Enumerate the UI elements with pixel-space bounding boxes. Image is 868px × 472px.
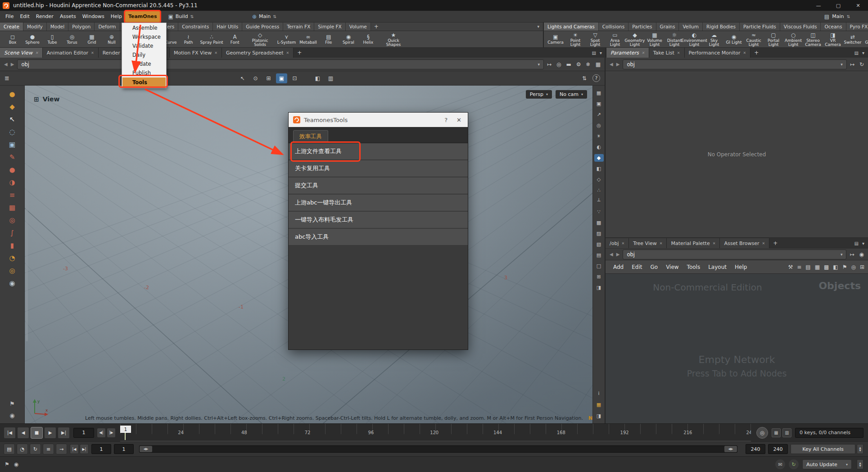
- freeze-icon[interactable]: ❄: [586, 61, 591, 68]
- shelf-tool[interactable]: ◉ GI Light: [724, 31, 744, 47]
- pane-tab[interactable]: Tree View ✕: [629, 238, 667, 248]
- back-icon[interactable]: ◀: [610, 62, 613, 67]
- range-slider-right-handle[interactable]: ◀▶: [724, 446, 737, 452]
- shelf-tool[interactable]: ◐ Environment Light: [684, 31, 704, 47]
- scene-selector[interactable]: ⊕ Main ⇅: [252, 14, 276, 20]
- jump-start-button[interactable]: |◀: [4, 427, 16, 439]
- add-shelf-tab-button[interactable]: +: [371, 23, 382, 31]
- shelf-tab[interactable]: Create: [0, 23, 23, 31]
- menu-item[interactable]: Assets: [57, 11, 79, 23]
- lighting-icon[interactable]: ☀: [594, 132, 604, 140]
- dialog-tool-item[interactable]: 关卡复用工具: [289, 160, 468, 177]
- back-icon[interactable]: ◀: [610, 252, 613, 257]
- overlay-icon[interactable]: ⊞: [594, 273, 604, 281]
- list-icon[interactable]: ▤: [805, 264, 810, 270]
- sprites-icon[interactable]: ▩: [594, 219, 604, 227]
- shelf-tab[interactable]: Oceans: [821, 23, 846, 31]
- shape-tool-icon[interactable]: ◆: [9, 104, 15, 110]
- new-pane-tab-button[interactable]: +: [769, 240, 781, 246]
- safe-frame-icon[interactable]: □: [594, 262, 604, 270]
- close-tab-icon[interactable]: ✕: [286, 51, 289, 55]
- shelf-tool[interactable]: ▭ Area Light: [605, 31, 625, 47]
- textures-icon[interactable]: ▨: [594, 230, 604, 237]
- pane-menu-icon[interactable]: ▤: [592, 50, 596, 55]
- select-style-icon[interactable]: ⊙: [250, 73, 261, 83]
- brush-tool-icon[interactable]: ✎: [9, 154, 15, 161]
- menu-item[interactable]: Windows: [79, 11, 108, 23]
- shelf-tool[interactable]: ∴ Spray Paint: [199, 31, 225, 47]
- realtime-icon[interactable]: ◔: [17, 444, 28, 454]
- shelf-tool[interactable]: ◉ Spiral: [339, 31, 358, 47]
- shelf-tool[interactable]: ▢ Portal Light: [764, 31, 783, 47]
- shelf-tab[interactable]: Constraints: [178, 23, 213, 31]
- target-icon[interactable]: ◉: [859, 251, 864, 258]
- camera-button[interactable]: No cam ▾: [556, 90, 587, 99]
- world-axis-icon[interactable]: ◎: [594, 122, 604, 129]
- snap-icon[interactable]: ◆: [594, 154, 604, 162]
- dialog-tab-efficiency-tools[interactable]: 效率工具: [293, 130, 328, 143]
- snapshot-view-icon[interactable]: ◨: [594, 412, 604, 420]
- lock-tool-icon[interactable]: ▣: [9, 141, 15, 148]
- desktop-spinner-icon[interactable]: ⇅: [190, 14, 194, 19]
- shelf-tool[interactable]: ⋎ L-System: [276, 31, 298, 47]
- close-button[interactable]: ✕: [848, 0, 868, 11]
- desktop-selector[interactable]: ▣ Build ⇅: [168, 14, 194, 20]
- drag-handle-icon[interactable]: ≣: [5, 75, 9, 82]
- follow-icon[interactable]: →: [56, 444, 67, 454]
- play-button[interactable]: ▶: [44, 427, 56, 439]
- dialog-tool-item[interactable]: 上游abc一键导出工具: [289, 195, 468, 211]
- muscle-tool-icon[interactable]: ◔: [9, 255, 15, 262]
- pin-icon[interactable]: ↦: [547, 61, 552, 68]
- shelf-tab[interactable]: Volume: [346, 23, 371, 31]
- shelf-tool[interactable]: A Font: [225, 31, 245, 47]
- channels-toggle-icon[interactable]: ▥: [782, 428, 791, 437]
- shelf-tool[interactable]: ◆ Geometry Light: [625, 31, 645, 47]
- shelf-tab[interactable]: Polygon: [68, 23, 95, 31]
- points-icon[interactable]: ∴: [594, 186, 604, 194]
- dropdown-menu-item[interactable]: Assemble: [122, 23, 166, 32]
- target-icon[interactable]: ◎: [556, 61, 561, 68]
- forward-icon[interactable]: ▶: [11, 62, 14, 67]
- flipbook-tool-icon[interactable]: ⚑: [9, 400, 15, 407]
- pane-tab[interactable]: Geometry Spreadsheet ✕: [222, 48, 294, 58]
- shelf-tool[interactable]: ★ Quick Shapes: [378, 31, 409, 47]
- pin-icon[interactable]: ↦: [850, 251, 854, 258]
- volumes-icon[interactable]: ▧: [594, 241, 604, 248]
- playback-mode-icon[interactable]: ▤: [4, 444, 15, 454]
- comb-tool-icon[interactable]: ≡: [9, 192, 15, 199]
- range-slider-left-handle[interactable]: ◀▶: [140, 446, 152, 452]
- pane-tab[interactable]: Asset Browser ✕: [720, 238, 769, 248]
- pane-tab[interactable]: Motion FX View ✕: [170, 48, 222, 58]
- dialog-titlebar[interactable]: TeamonesTools ? ✕: [289, 113, 468, 127]
- new-pane-tab-button[interactable]: +: [750, 50, 762, 56]
- pose-tool-icon[interactable]: ◎: [9, 268, 15, 274]
- background-icon[interactable]: ▤: [594, 251, 604, 259]
- close-tab-icon[interactable]: ✕: [621, 241, 624, 245]
- visibility-icon[interactable]: ◧: [594, 165, 604, 172]
- close-tab-icon[interactable]: ✕: [91, 51, 94, 55]
- current-frame-field[interactable]: 1: [73, 428, 94, 438]
- smooth-tool-icon[interactable]: ◑: [9, 179, 15, 186]
- help-icon[interactable]: ?: [592, 74, 600, 82]
- shelf-tool[interactable]: ⊕ Null: [102, 31, 122, 47]
- playback-range-slider[interactable]: ◀▶ ◀▶: [139, 445, 737, 453]
- close-tab-icon[interactable]: ✕: [743, 51, 746, 55]
- persp-button[interactable]: Persp ▾: [526, 90, 552, 99]
- pane-tab[interactable]: Material Palette ✕: [667, 238, 720, 248]
- dropdown-menu-item[interactable]: Workspace: [122, 32, 166, 41]
- range-end-button[interactable]: ▶|: [80, 444, 89, 454]
- shelf-tool[interactable]: ▣ Camera: [546, 31, 565, 47]
- shelf-tool[interactable]: ◻ Box: [3, 31, 23, 47]
- layout-grid-icon[interactable]: ▦: [594, 401, 604, 408]
- pane-stow-bar[interactable]: [26, 89, 28, 341]
- close-tab-icon[interactable]: ✕: [713, 241, 716, 245]
- pane-dropdown-icon[interactable]: ▾: [862, 50, 864, 55]
- paint-tool-icon[interactable]: ●: [9, 91, 15, 98]
- shelf-tool[interactable]: ▦ Volume Light: [645, 31, 665, 47]
- playhead[interactable]: 1: [120, 426, 131, 433]
- shade-mode-icon[interactable]: ◐: [594, 143, 604, 151]
- shelf-tool[interactable]: ≀ Path: [179, 31, 199, 47]
- shelf-tool[interactable]: ▦ Grid: [82, 31, 102, 47]
- shelf-tab[interactable]: Viscous Fluids: [780, 23, 821, 31]
- lasso-tool-icon[interactable]: ◌: [9, 129, 15, 136]
